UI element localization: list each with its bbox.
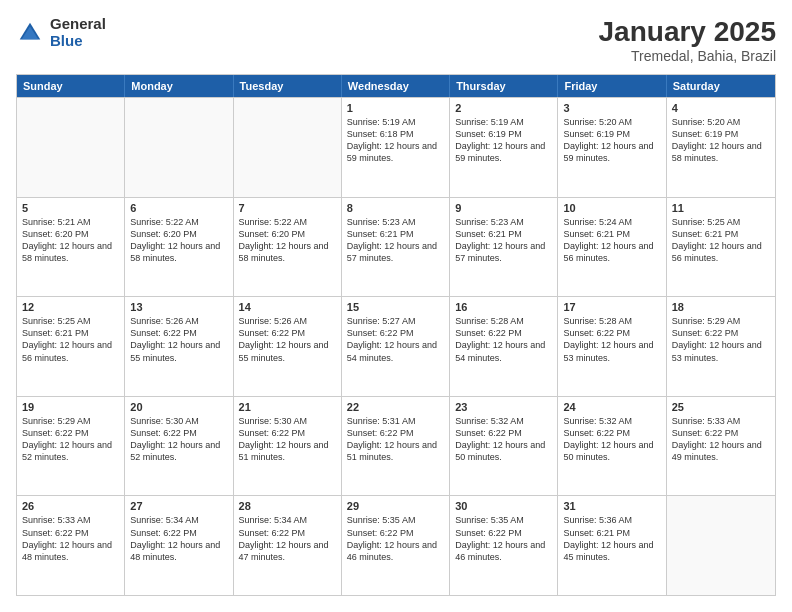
cell-details: Sunrise: 5:28 AM Sunset: 6:22 PM Dayligh… [455, 316, 545, 362]
calendar-day-22: 22Sunrise: 5:31 AM Sunset: 6:22 PM Dayli… [342, 397, 450, 496]
calendar-day-16: 16Sunrise: 5:28 AM Sunset: 6:22 PM Dayli… [450, 297, 558, 396]
calendar-day-11: 11Sunrise: 5:25 AM Sunset: 6:21 PM Dayli… [667, 198, 775, 297]
logo-text: General Blue [50, 16, 106, 49]
calendar-day-6: 6Sunrise: 5:22 AM Sunset: 6:20 PM Daylig… [125, 198, 233, 297]
cell-details: Sunrise: 5:26 AM Sunset: 6:22 PM Dayligh… [130, 316, 220, 362]
cell-details: Sunrise: 5:31 AM Sunset: 6:22 PM Dayligh… [347, 416, 437, 462]
calendar-day-29: 29Sunrise: 5:35 AM Sunset: 6:22 PM Dayli… [342, 496, 450, 595]
cell-details: Sunrise: 5:20 AM Sunset: 6:19 PM Dayligh… [672, 117, 762, 163]
calendar-day-1: 1Sunrise: 5:19 AM Sunset: 6:18 PM Daylig… [342, 98, 450, 197]
calendar-day-19: 19Sunrise: 5:29 AM Sunset: 6:22 PM Dayli… [17, 397, 125, 496]
calendar-day-10: 10Sunrise: 5:24 AM Sunset: 6:21 PM Dayli… [558, 198, 666, 297]
calendar-day-30: 30Sunrise: 5:35 AM Sunset: 6:22 PM Dayli… [450, 496, 558, 595]
cell-details: Sunrise: 5:32 AM Sunset: 6:22 PM Dayligh… [455, 416, 545, 462]
calendar-day-12: 12Sunrise: 5:25 AM Sunset: 6:21 PM Dayli… [17, 297, 125, 396]
title-location: Tremedal, Bahia, Brazil [599, 48, 776, 64]
calendar-day-24: 24Sunrise: 5:32 AM Sunset: 6:22 PM Dayli… [558, 397, 666, 496]
calendar-day-2: 2Sunrise: 5:19 AM Sunset: 6:19 PM Daylig… [450, 98, 558, 197]
day-number: 16 [455, 301, 552, 313]
cell-details: Sunrise: 5:27 AM Sunset: 6:22 PM Dayligh… [347, 316, 437, 362]
calendar-row-5: 26Sunrise: 5:33 AM Sunset: 6:22 PM Dayli… [17, 495, 775, 595]
calendar-day-20: 20Sunrise: 5:30 AM Sunset: 6:22 PM Dayli… [125, 397, 233, 496]
day-number: 8 [347, 202, 444, 214]
header-day-monday: Monday [125, 75, 233, 97]
calendar-day-13: 13Sunrise: 5:26 AM Sunset: 6:22 PM Dayli… [125, 297, 233, 396]
cell-details: Sunrise: 5:34 AM Sunset: 6:22 PM Dayligh… [130, 515, 220, 561]
calendar-day-17: 17Sunrise: 5:28 AM Sunset: 6:22 PM Dayli… [558, 297, 666, 396]
cell-details: Sunrise: 5:29 AM Sunset: 6:22 PM Dayligh… [672, 316, 762, 362]
page: General Blue January 2025 Tremedal, Bahi… [0, 0, 792, 612]
header-day-saturday: Saturday [667, 75, 775, 97]
header-day-thursday: Thursday [450, 75, 558, 97]
cell-details: Sunrise: 5:20 AM Sunset: 6:19 PM Dayligh… [563, 117, 653, 163]
header-day-friday: Friday [558, 75, 666, 97]
cell-details: Sunrise: 5:30 AM Sunset: 6:22 PM Dayligh… [239, 416, 329, 462]
day-number: 17 [563, 301, 660, 313]
calendar-empty-cell [125, 98, 233, 197]
calendar-empty-cell [234, 98, 342, 197]
day-number: 3 [563, 102, 660, 114]
calendar-day-14: 14Sunrise: 5:26 AM Sunset: 6:22 PM Dayli… [234, 297, 342, 396]
cell-details: Sunrise: 5:32 AM Sunset: 6:22 PM Dayligh… [563, 416, 653, 462]
cell-details: Sunrise: 5:34 AM Sunset: 6:22 PM Dayligh… [239, 515, 329, 561]
calendar-day-5: 5Sunrise: 5:21 AM Sunset: 6:20 PM Daylig… [17, 198, 125, 297]
day-number: 25 [672, 401, 770, 413]
cell-details: Sunrise: 5:33 AM Sunset: 6:22 PM Dayligh… [22, 515, 112, 561]
day-number: 14 [239, 301, 336, 313]
cell-details: Sunrise: 5:22 AM Sunset: 6:20 PM Dayligh… [130, 217, 220, 263]
calendar-day-28: 28Sunrise: 5:34 AM Sunset: 6:22 PM Dayli… [234, 496, 342, 595]
calendar-header: SundayMondayTuesdayWednesdayThursdayFrid… [17, 75, 775, 97]
cell-details: Sunrise: 5:19 AM Sunset: 6:19 PM Dayligh… [455, 117, 545, 163]
cell-details: Sunrise: 5:21 AM Sunset: 6:20 PM Dayligh… [22, 217, 112, 263]
day-number: 7 [239, 202, 336, 214]
calendar-row-1: 1Sunrise: 5:19 AM Sunset: 6:18 PM Daylig… [17, 97, 775, 197]
logo-icon [16, 19, 44, 47]
cell-details: Sunrise: 5:33 AM Sunset: 6:22 PM Dayligh… [672, 416, 762, 462]
day-number: 24 [563, 401, 660, 413]
day-number: 23 [455, 401, 552, 413]
header-day-sunday: Sunday [17, 75, 125, 97]
calendar-row-2: 5Sunrise: 5:21 AM Sunset: 6:20 PM Daylig… [17, 197, 775, 297]
cell-details: Sunrise: 5:23 AM Sunset: 6:21 PM Dayligh… [347, 217, 437, 263]
cell-details: Sunrise: 5:29 AM Sunset: 6:22 PM Dayligh… [22, 416, 112, 462]
day-number: 13 [130, 301, 227, 313]
cell-details: Sunrise: 5:25 AM Sunset: 6:21 PM Dayligh… [672, 217, 762, 263]
day-number: 20 [130, 401, 227, 413]
day-number: 22 [347, 401, 444, 413]
cell-details: Sunrise: 5:35 AM Sunset: 6:22 PM Dayligh… [347, 515, 437, 561]
day-number: 27 [130, 500, 227, 512]
calendar-day-4: 4Sunrise: 5:20 AM Sunset: 6:19 PM Daylig… [667, 98, 775, 197]
calendar-empty-cell [17, 98, 125, 197]
cell-details: Sunrise: 5:23 AM Sunset: 6:21 PM Dayligh… [455, 217, 545, 263]
calendar-day-27: 27Sunrise: 5:34 AM Sunset: 6:22 PM Dayli… [125, 496, 233, 595]
title-month: January 2025 [599, 16, 776, 48]
day-number: 15 [347, 301, 444, 313]
cell-details: Sunrise: 5:19 AM Sunset: 6:18 PM Dayligh… [347, 117, 437, 163]
day-number: 11 [672, 202, 770, 214]
calendar-body: 1Sunrise: 5:19 AM Sunset: 6:18 PM Daylig… [17, 97, 775, 595]
day-number: 19 [22, 401, 119, 413]
title-block: January 2025 Tremedal, Bahia, Brazil [599, 16, 776, 64]
cell-details: Sunrise: 5:22 AM Sunset: 6:20 PM Dayligh… [239, 217, 329, 263]
header-day-wednesday: Wednesday [342, 75, 450, 97]
calendar-row-4: 19Sunrise: 5:29 AM Sunset: 6:22 PM Dayli… [17, 396, 775, 496]
cell-details: Sunrise: 5:30 AM Sunset: 6:22 PM Dayligh… [130, 416, 220, 462]
day-number: 9 [455, 202, 552, 214]
calendar-day-18: 18Sunrise: 5:29 AM Sunset: 6:22 PM Dayli… [667, 297, 775, 396]
calendar: SundayMondayTuesdayWednesdayThursdayFrid… [16, 74, 776, 596]
calendar-day-23: 23Sunrise: 5:32 AM Sunset: 6:22 PM Dayli… [450, 397, 558, 496]
day-number: 6 [130, 202, 227, 214]
logo: General Blue [16, 16, 106, 49]
day-number: 5 [22, 202, 119, 214]
calendar-day-26: 26Sunrise: 5:33 AM Sunset: 6:22 PM Dayli… [17, 496, 125, 595]
logo-general: General [50, 16, 106, 33]
calendar-day-21: 21Sunrise: 5:30 AM Sunset: 6:22 PM Dayli… [234, 397, 342, 496]
cell-details: Sunrise: 5:35 AM Sunset: 6:22 PM Dayligh… [455, 515, 545, 561]
header-row: General Blue January 2025 Tremedal, Bahi… [16, 16, 776, 64]
cell-details: Sunrise: 5:26 AM Sunset: 6:22 PM Dayligh… [239, 316, 329, 362]
day-number: 18 [672, 301, 770, 313]
calendar-day-9: 9Sunrise: 5:23 AM Sunset: 6:21 PM Daylig… [450, 198, 558, 297]
cell-details: Sunrise: 5:24 AM Sunset: 6:21 PM Dayligh… [563, 217, 653, 263]
day-number: 1 [347, 102, 444, 114]
calendar-day-7: 7Sunrise: 5:22 AM Sunset: 6:20 PM Daylig… [234, 198, 342, 297]
